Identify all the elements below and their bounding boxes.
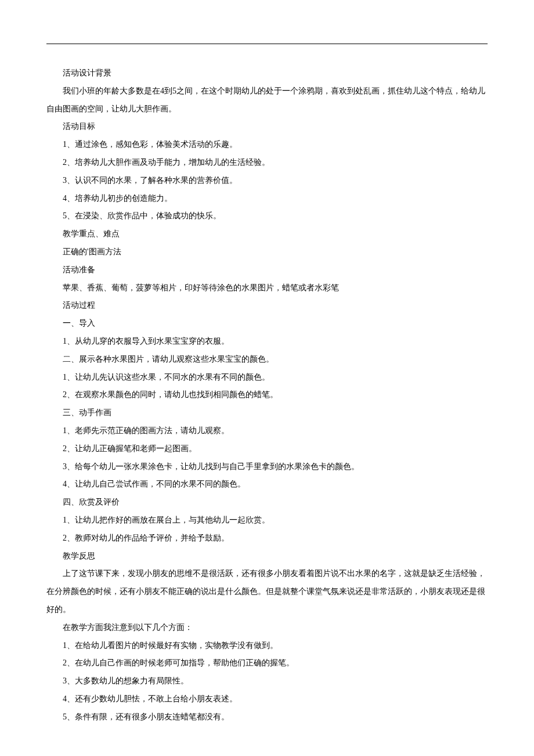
process-part-title: 四、欣赏及评价 — [46, 494, 488, 512]
process-item: 1、让幼儿先认识这些水果，不同水的水果有不同的颜色。 — [46, 369, 488, 387]
background-text: 我们小班的年龄大多数是在4到5之间，在这个时期幼儿的处于一个涂鸦期，喜欢到处乱画… — [46, 82, 488, 118]
document-body: 活动设计背景 我们小班的年龄大多数是在4到5之间，在这个时期幼儿的处于一个涂鸦期… — [46, 64, 488, 726]
horizontal-divider — [46, 44, 488, 44]
emphasis-text: 正确的'图画方法 — [46, 243, 488, 261]
preparation-text: 苹果、香蕉、葡萄，菠萝等相片，印好等待涂色的水果图片，蜡笔或者水彩笔 — [46, 279, 488, 297]
goal-item: 5、在浸染、欣赏作品中，体验成功的快乐。 — [46, 207, 488, 225]
section-heading-process: 活动过程 — [46, 297, 488, 315]
process-part-title: 二、展示各种水果图片，请幼儿观察这些水果宝宝的颜色。 — [46, 351, 488, 369]
reflection-item: 1、在给幼儿看图片的时候最好有实物，实物教学没有做到。 — [46, 637, 488, 655]
goal-item: 1、通过涂色，感知色彩，体验美术活动的乐趣。 — [46, 136, 488, 154]
section-heading-reflection: 教学反思 — [46, 548, 488, 566]
process-part-title: 三、动手作画 — [46, 404, 488, 422]
reflection-text: 上了这节课下来，发现小朋友的思维不是很活跃，还有很多小朋友看着图片说不出水果的名… — [46, 565, 488, 618]
section-heading-background: 活动设计背景 — [46, 64, 488, 82]
section-heading-preparation: 活动准备 — [46, 261, 488, 279]
process-item: 1、从幼儿穿的衣服导入到水果宝宝穿的衣服。 — [46, 333, 488, 351]
section-heading-goals: 活动目标 — [46, 118, 488, 136]
goal-item: 4、培养幼儿初步的创造能力。 — [46, 190, 488, 208]
process-item: 3、给每个幼儿一张水果涂色卡，让幼儿找到与自己手里拿到的水果涂色卡的颜色。 — [46, 458, 488, 476]
process-item: 1、让幼儿把作好的画放在展台上，与其他幼儿一起欣赏。 — [46, 512, 488, 530]
process-part-title: 一、导入 — [46, 315, 488, 333]
reflection-item: 2、在幼儿自己作画的时候老师可加指导，帮助他们正确的握笔。 — [46, 654, 488, 672]
goal-item: 2、培养幼儿大胆作画及动手能力，增加幼儿的生活经验。 — [46, 154, 488, 172]
reflection-item: 4、还有少数幼儿胆怯，不敢上台给小朋友表述。 — [46, 690, 488, 708]
reflection-intro: 在教学方面我注意到以下几个方面： — [46, 619, 488, 637]
reflection-item: 3、大多数幼儿的想象力有局限性。 — [46, 672, 488, 690]
goal-item: 3、认识不同的水果，了解各种水果的营养价值。 — [46, 172, 488, 190]
section-heading-emphasis: 教学重点、难点 — [46, 225, 488, 243]
process-item: 2、让幼儿正确握笔和老师一起图画。 — [46, 440, 488, 458]
process-item: 4、让幼儿自己尝试作画，不同的水果不同的颜色。 — [46, 476, 488, 494]
process-item: 2、在观察水果颜色的同时，请幼儿也找到相同颜色的蜡笔。 — [46, 386, 488, 404]
process-item: 1、老师先示范正确的图画方法，请幼儿观察。 — [46, 422, 488, 440]
process-item: 2、教师对幼儿的作品给予评价，并给予鼓励。 — [46, 530, 488, 548]
reflection-item: 5、条件有限，还有很多小朋友连蜡笔都没有。 — [46, 708, 488, 726]
